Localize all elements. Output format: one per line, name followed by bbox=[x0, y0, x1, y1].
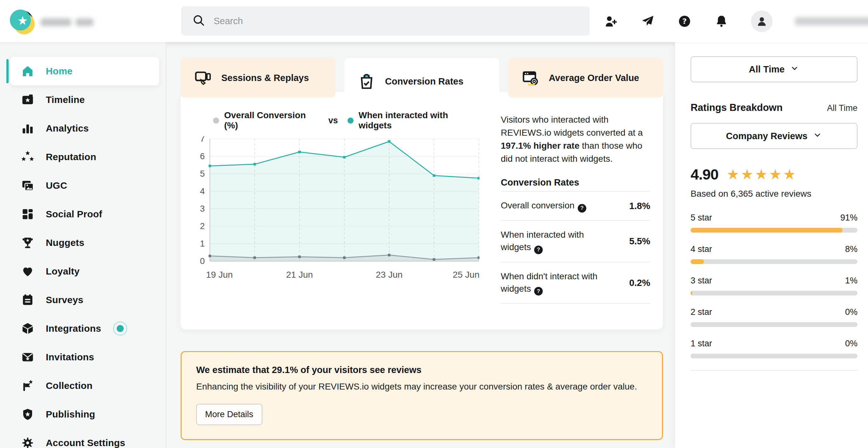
send-icon[interactable] bbox=[640, 14, 655, 29]
help-icon[interactable] bbox=[534, 246, 543, 254]
notifications-bell-icon[interactable] bbox=[714, 14, 729, 29]
review-type-dropdown[interactable]: Company Reviews bbox=[690, 123, 858, 149]
review-count-text: Based on 6,365 active reviews bbox=[690, 189, 858, 199]
sidebar-item-loyalty[interactable]: Loyalty bbox=[10, 257, 159, 286]
timeline-icon bbox=[21, 93, 34, 106]
ratings-breakdown-period: All Time bbox=[827, 103, 858, 113]
conversion-icon bbox=[358, 72, 375, 90]
divider bbox=[690, 370, 858, 371]
svg-text:4: 4 bbox=[200, 187, 205, 196]
star-icon: ★ bbox=[17, 14, 28, 27]
sidebar-item-collection[interactable]: Collection bbox=[10, 372, 159, 400]
topbar-actions: ? bbox=[603, 0, 868, 42]
average-rating-score: 4.90 bbox=[690, 165, 718, 183]
svg-text:7: 7 bbox=[200, 136, 205, 143]
svg-text:2: 2 bbox=[200, 221, 205, 231]
ratings-sidebar: All Time Ratings Breakdown All Time Comp… bbox=[675, 42, 868, 448]
legend-dot-icon bbox=[347, 118, 353, 124]
topbar: ★ ? bbox=[0, 0, 868, 42]
invite-user-icon[interactable] bbox=[603, 14, 618, 29]
collection-icon bbox=[21, 379, 34, 392]
more-details-button[interactable]: More Details bbox=[196, 404, 262, 425]
sidebar-item-analytics[interactable]: Analytics bbox=[10, 114, 159, 143]
rating-row-5-star: 5 star91% bbox=[690, 213, 858, 232]
rating-bar bbox=[690, 322, 858, 327]
chart-legend: Overall Conversion (%)vsWhen interacted … bbox=[213, 110, 479, 131]
svg-text:0: 0 bbox=[200, 256, 205, 266]
chevron-down-icon bbox=[790, 64, 799, 75]
svg-text:21 Jun: 21 Jun bbox=[286, 270, 313, 280]
sidebar-item-ugc[interactable]: UGC bbox=[10, 171, 159, 200]
chevron-down-icon bbox=[813, 130, 822, 142]
visibility-banner: We estimate that 29.1% of your visitors … bbox=[181, 351, 663, 440]
svg-text:25 Jun: 25 Jun bbox=[453, 270, 479, 280]
svg-text:23 Jun: 23 Jun bbox=[376, 270, 403, 280]
sidebar-item-publishing[interactable]: Publishing bbox=[10, 400, 159, 428]
conversion-row: When interacted with widgets5.5% bbox=[501, 220, 650, 262]
review-type-value: Company Reviews bbox=[726, 131, 807, 141]
surveys-icon bbox=[21, 293, 34, 307]
user-avatar[interactable] bbox=[751, 10, 773, 32]
rating-bar bbox=[690, 354, 858, 358]
reviews-io-logo[interactable]: ★ bbox=[12, 10, 33, 31]
svg-text:19 Jun: 19 Jun bbox=[206, 270, 233, 280]
sidebar-item-invitations[interactable]: Invitations bbox=[10, 343, 159, 372]
svg-text:6: 6 bbox=[200, 152, 205, 161]
sidebar-item-surveys[interactable]: Surveys bbox=[10, 286, 159, 314]
social-proof-icon bbox=[21, 207, 34, 221]
sidebar-item-timeline[interactable]: Timeline bbox=[10, 86, 159, 114]
user-email-redacted[interactable] bbox=[795, 17, 868, 25]
sidebar-item-account-settings[interactable]: Account Settings bbox=[10, 428, 159, 448]
sidebar-item-integrations[interactable]: Integrations bbox=[10, 314, 159, 343]
sidebar-item-home[interactable]: Home bbox=[10, 57, 159, 86]
search-input[interactable] bbox=[214, 16, 579, 26]
reputation-icon bbox=[21, 150, 34, 164]
sidebar-item-social-proof[interactable]: Social Proof bbox=[10, 200, 159, 228]
svg-text:3: 3 bbox=[200, 204, 205, 214]
time-filter-dropdown[interactable]: All Time bbox=[690, 56, 858, 82]
time-filter-value: All Time bbox=[749, 64, 784, 75]
analytics-icon bbox=[21, 122, 34, 135]
aov-icon bbox=[521, 69, 539, 87]
conversion-row: Overall conversion1.8% bbox=[501, 191, 650, 220]
tab-conversion-rates[interactable]: Conversion Rates bbox=[344, 58, 499, 104]
conversion-insight: Visitors who interacted with REVIEWS.io … bbox=[501, 110, 650, 329]
star-rating-icons: ★★★★★★★★★★ bbox=[726, 167, 797, 182]
conversion-row: When didn't interact with widgets0.2% bbox=[501, 262, 650, 304]
main-content: Sessions & ReplaysConversion RatesAverag… bbox=[166, 42, 675, 448]
ratings-breakdown-list: 5 star91%4 star8%3 star1%2 star0%1 star0… bbox=[690, 213, 858, 358]
insight-text: Visitors who interacted with REVIEWS.io … bbox=[501, 114, 650, 165]
rating-row-1-star: 1 star0% bbox=[690, 339, 858, 358]
sessions-icon bbox=[194, 69, 212, 87]
rating-bar bbox=[690, 291, 858, 295]
integrations-icon bbox=[21, 322, 34, 335]
help-icon[interactable]: ? bbox=[677, 14, 692, 29]
rating-row-3-star: 3 star1% bbox=[690, 276, 858, 295]
conversion-rates-panel: Overall Conversion (%)vsWhen interacted … bbox=[181, 92, 663, 329]
invitations-icon bbox=[21, 350, 34, 364]
insight-heading: Conversion Rates bbox=[501, 176, 650, 189]
rating-bar bbox=[690, 259, 858, 264]
legend-dot-icon bbox=[213, 118, 219, 124]
banner-title: We estimate that 29.1% of your visitors … bbox=[196, 365, 647, 375]
svg-text:5: 5 bbox=[200, 169, 205, 179]
new-badge bbox=[113, 322, 127, 335]
svg-text:1: 1 bbox=[200, 239, 205, 249]
sidebar-item-nuggets[interactable]: Nuggets bbox=[10, 228, 159, 257]
conversion-chart: Overall Conversion (%)vsWhen interacted … bbox=[196, 110, 479, 329]
tab-average-order-value[interactable]: Average Order Value bbox=[508, 58, 663, 98]
sidebar: HomeTimelineAnalyticsReputationUGCSocial… bbox=[0, 42, 166, 448]
nuggets-icon bbox=[21, 236, 34, 249]
search-icon bbox=[192, 14, 206, 28]
account-settings-icon bbox=[21, 436, 34, 448]
help-icon[interactable] bbox=[578, 204, 586, 213]
help-icon[interactable] bbox=[534, 287, 543, 295]
search-bar[interactable] bbox=[181, 6, 590, 36]
sidebar-item-reputation[interactable]: Reputation bbox=[10, 143, 159, 171]
home-icon bbox=[21, 64, 34, 78]
tab-sessions-replays[interactable]: Sessions & Replays bbox=[181, 58, 335, 98]
publishing-icon bbox=[21, 408, 34, 421]
conversion-table: Overall conversion1.8%When interacted wi… bbox=[501, 191, 650, 304]
company-name-redacted bbox=[41, 19, 93, 26]
banner-body: Enhancing the visibility of your REVIEWS… bbox=[196, 382, 647, 392]
